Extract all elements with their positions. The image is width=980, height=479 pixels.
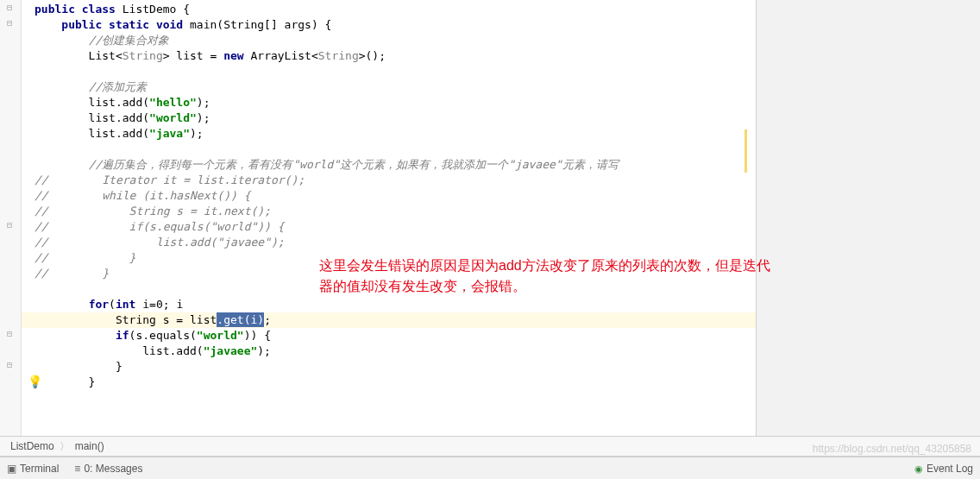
chevron-right-icon: 〉 (60, 439, 70, 454)
watermark: https://blog.csdn.net/qq_43205858 (813, 443, 971, 455)
code-line[interactable]: list.add("javaee"); (35, 343, 756, 359)
fold-icon[interactable]: ⊟ (7, 360, 12, 369)
fold-icon[interactable]: ⊟ (7, 220, 12, 230)
breadcrumb-item[interactable]: ListDemo (10, 440, 54, 452)
code-line[interactable]: for(int i=0; i (35, 297, 756, 312)
fold-icon[interactable]: ⊟ (7, 329, 12, 338)
code-line[interactable]: // String s = it.next(); (35, 204, 756, 219)
code-area[interactable]: public class ListDemo { public static vo… (22, 0, 756, 436)
annotation-text: 这里会发生错误的原因是因为add方法改变了原来的列表的次数，但是迭代 器的值却没… (319, 255, 770, 297)
fold-icon[interactable]: ⊟ (7, 3, 12, 12)
code-line[interactable]: list.add("hello"); (35, 95, 756, 110)
code-line[interactable]: String s = list.get(i); (22, 312, 756, 328)
editor-container: ⊟ ⊟ ⊟ ⊟ ⊟ public class ListDemo { public… (0, 0, 980, 436)
gutter: ⊟ ⊟ ⊟ ⊟ ⊟ (0, 0, 22, 436)
code-line[interactable]: // if(s.equals("world")) { (35, 219, 756, 235)
code-line[interactable]: //遍历集合，得到每一个元素，看有没有"world"这个元素，如果有，我就添加一… (35, 157, 756, 173)
warning-marker[interactable] (744, 129, 747, 173)
code-line[interactable] (35, 64, 756, 79)
code-line[interactable]: // while (it.hasNext()) { (35, 188, 756, 204)
code-line[interactable]: } (35, 359, 756, 375)
event-log-icon (914, 463, 923, 475)
code-line[interactable] (35, 142, 756, 157)
code-line[interactable]: // Iterator it = list.iterator(); (35, 173, 756, 188)
breadcrumb-item[interactable]: main() (75, 440, 104, 452)
terminal-icon (7, 463, 16, 475)
code-line[interactable]: // list.add("javaee"); (35, 235, 756, 250)
messages-icon (74, 463, 80, 475)
code-line[interactable]: //添加元素 (35, 79, 756, 95)
code-line[interactable]: list.add("java"); (35, 126, 756, 142)
event-log-tab[interactable]: Event Log (914, 463, 973, 475)
code-line[interactable]: if(s.equals("world")) { (35, 328, 756, 343)
messages-tab[interactable]: 0: Messages (74, 463, 142, 475)
intention-bulb-icon[interactable]: 💡 (28, 375, 42, 388)
code-line[interactable]: list.add("world"); (35, 110, 756, 126)
fold-icon[interactable]: ⊟ (7, 18, 12, 28)
code-line[interactable]: public class ListDemo { (35, 2, 756, 17)
status-bar: Terminal 0: Messages Event Log (0, 457, 980, 479)
right-panel (756, 0, 980, 436)
code-line[interactable]: List<String> list = new ArrayList<String… (35, 48, 756, 64)
code-line[interactable]: } (35, 375, 756, 390)
code-line[interactable]: //创建集合对象 (35, 33, 756, 48)
terminal-tab[interactable]: Terminal (7, 463, 59, 475)
code-line[interactable]: public static void main(String[] args) { (35, 17, 756, 33)
